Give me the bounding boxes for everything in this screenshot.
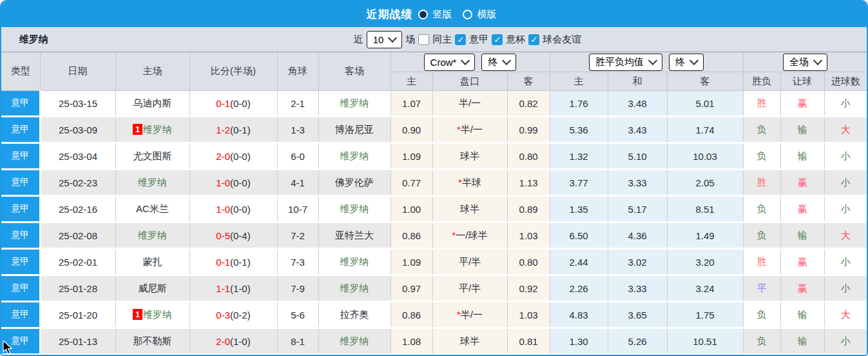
avg-draw-odds-cell: 3.33 [608,170,667,196]
away-team-cell[interactable]: 博洛尼亚 [318,117,391,143]
fulltime-select[interactable]: 全场 [783,54,827,71]
handicap-home-odds-cell: 0.86 [391,222,432,249]
result-cell: 胜 [743,170,780,196]
away-team-cell[interactable]: 维罗纳 [318,275,391,302]
horizontal-layout-radio[interactable] [463,10,472,19]
home-team-cell[interactable]: 1维罗纳 [115,117,189,143]
avg-home-odds-cell: 2.44 [550,249,608,275]
date-cell: 25-01-13 [40,328,115,355]
avg-home-odds-cell: 1.76 [550,91,608,117]
match-count-value: 10 [373,34,384,45]
result-cell: 负 [743,222,780,249]
col-header-away: 客场 [318,52,391,91]
same-home-label[interactable]: 同主 [432,34,452,46]
serie-a-label[interactable]: 意甲 [469,34,488,46]
corner-cell: 2-1 [277,91,318,117]
goals-cell: 小 [824,275,867,302]
horizontal-layout-label[interactable]: 横版 [477,8,497,21]
serie-a-checkbox[interactable]: ✓ [455,34,466,45]
home-team-cell[interactable]: 尤文图斯 [115,143,189,170]
league-cell: 意甲 [1,196,40,222]
avg-draw-odds-cell: 3.48 [608,91,667,117]
bookmaker-select[interactable]: Crow* [424,54,476,71]
table-body: 意甲 25-03-15 乌迪内斯 0-1(0-0) 2-1 维罗纳 1.07 半… [1,91,867,355]
date-cell: 25-03-09 [40,117,115,143]
table-row: 意甲 25-02-16 AC米兰 1-0(0-0) 10-7 维罗纳 1.00 … [1,196,867,222]
same-home-checkbox[interactable] [418,34,429,45]
sub-header-hc-away: 客 [507,72,550,91]
italy-cup-label[interactable]: 意杯 [506,34,525,46]
date-cell: 25-02-08 [40,222,115,249]
sub-header-avg-away: 客 [667,72,743,91]
results-table: 类型 日期 主场 比分(半场) 角球 客场 Crow* 终 [1,52,867,355]
corner-cell: 1-3 [277,117,318,143]
away-team-cell[interactable]: 亚特兰大 [318,222,391,249]
chevron-down-icon [388,34,397,43]
away-team-cell[interactable]: 维罗纳 [318,91,391,117]
avg-home-odds-cell: 1.30 [550,328,608,355]
handicap-result-cell: 赢 [780,249,824,275]
goals-cell: 小 [824,328,867,355]
corner-cell: 4-1 [277,170,318,196]
handicap-away-odds-cell: 0.89 [507,196,550,222]
avg-home-odds-cell: 1.32 [550,143,608,170]
handicap-line-cell: 平/半 [432,249,507,275]
chevron-down-icon [502,56,511,65]
avg-draw-odds-cell: 5.10 [608,143,667,170]
home-team-cell[interactable]: 维罗纳 [115,170,189,196]
handicap-group-header: Crow* 终 [391,52,550,72]
sub-header-result: 胜负 [743,72,780,91]
col-header-date: 日期 [40,52,115,91]
home-team-cell[interactable]: AC米兰 [115,196,189,222]
home-team-cell[interactable]: 那不勒斯 [115,328,189,355]
goals-cell: 小 [824,196,867,222]
club-friendly-checkbox[interactable]: ✓ [528,34,539,45]
chevron-down-icon [813,56,822,65]
away-team-cell[interactable]: 维罗纳 [318,143,391,170]
avg-odds-select[interactable]: 胜平负均值 [589,54,662,71]
away-team-cell[interactable]: 维罗纳 [318,328,391,355]
handicap-result-cell: 赢 [780,170,824,196]
home-team-cell[interactable]: 威尼斯 [115,275,189,302]
handicap-result-cell: 赢 [780,196,824,222]
handicap-home-odds-cell: 1.09 [391,143,432,170]
home-team-cell[interactable]: 维罗纳 [115,222,189,249]
home-team-cell[interactable]: 1维罗纳 [115,302,189,328]
col-header-score: 比分(半场) [189,52,277,91]
filter-bar: 维罗纳 近 10 场 同主 ✓ 意甲 ✓ 意杯 ✓ 球会友谊 [1,27,867,52]
handicap-line-cell: *一/球半 [432,222,507,249]
avg-time-select[interactable]: 终 [669,54,704,71]
handicap-away-odds-cell: 1.03 [507,222,550,249]
match-count-select[interactable]: 10 [367,31,403,48]
away-team-cell[interactable]: 维罗纳 [318,196,391,222]
table-row: 意甲 25-02-08 维罗纳 0-5(0-4) 7-2 亚特兰大 0.86 *… [1,222,867,249]
home-team-cell[interactable]: 乌迪内斯 [115,91,189,117]
red-card-badge: 1 [133,124,142,135]
vertical-layout-radio[interactable] [418,10,428,19]
col-header-corner: 角球 [277,52,318,91]
handicap-time-select[interactable]: 终 [481,54,516,71]
fulltime-value: 全场 [789,56,809,68]
avg-draw-odds-cell: 3.43 [608,117,667,143]
handicap-away-odds-cell: 0.81 [507,328,550,355]
score-cell: 1-1(1-0) [189,275,277,302]
away-team-cell[interactable]: 佛罗伦萨 [318,170,391,196]
away-team-cell[interactable]: 维罗纳 [318,249,391,275]
avg-draw-odds-cell: 5.26 [608,328,667,355]
page-title: 近期战绩 [367,7,413,22]
handicap-home-odds-cell: 0.90 [391,117,432,143]
handicap-result-cell: 输 [780,143,824,170]
red-card-badge: 1 [133,309,142,320]
handicap-home-odds-cell: 0.86 [391,302,432,328]
filters-group: 近 10 场 同主 ✓ 意甲 ✓ 意杯 ✓ 球会友谊 [354,31,582,48]
result-cell: 负 [743,196,780,222]
vertical-layout-label[interactable]: 竖版 [433,8,452,21]
home-team-cell[interactable]: 蒙扎 [115,249,189,275]
italy-cup-checkbox[interactable]: ✓ [492,34,503,45]
corner-cell: 6-0 [277,143,318,170]
away-team-cell[interactable]: 拉齐奥 [318,302,391,328]
handicap-line-cell: 球半 [432,196,507,222]
club-friendly-label[interactable]: 球会友谊 [543,34,581,46]
score-cell: 2-0(1-0) [189,328,277,355]
avg-away-odds-cell: 1.75 [667,302,743,328]
